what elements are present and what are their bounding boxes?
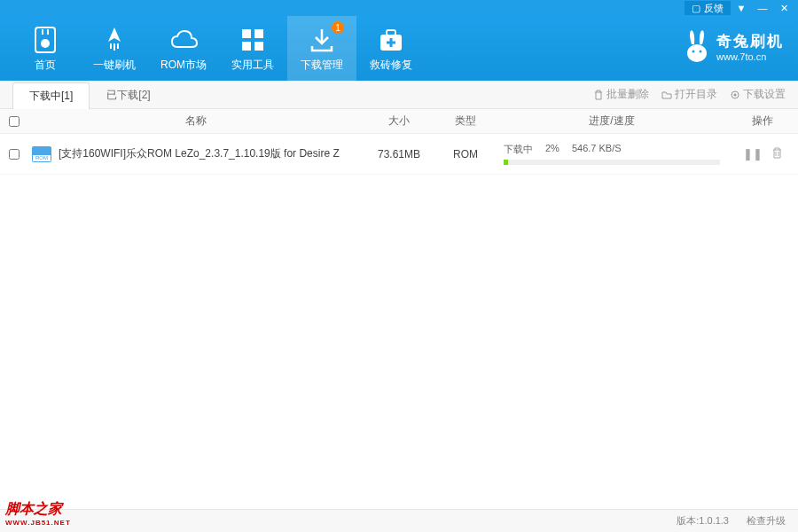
rabbit-logo-icon (683, 28, 711, 64)
watermark: 脚本之家 WWW.JB51.NET (5, 500, 71, 527)
svg-point-9 (692, 51, 695, 53)
row-status: 下载中 (504, 143, 533, 156)
col-progress: 进度/速度 (497, 113, 727, 129)
col-type: 类型 (434, 113, 497, 129)
rocket-icon (101, 24, 128, 56)
batch-delete-button[interactable]: 批量删除 (593, 87, 649, 102)
tab-downloading[interactable]: 下载中[1] (12, 82, 90, 109)
svg-rect-4 (242, 42, 251, 51)
pause-button[interactable]: ❚❚ (743, 147, 763, 160)
feedback-label: 反馈 (704, 2, 724, 15)
brand-url: www.7to.cn (716, 51, 766, 62)
feedback-button[interactable]: ▢ 反馈 (685, 1, 731, 15)
svg-point-1 (41, 39, 50, 48)
nav-rescue[interactable]: 救砖修复 (356, 16, 426, 81)
row-percent: 2% (545, 143, 559, 156)
rabbit-icon (32, 24, 59, 56)
table-header: 名称 大小 类型 进度/速度 操作 (0, 109, 798, 134)
trash-icon (593, 90, 604, 100)
select-all-checkbox[interactable] (9, 116, 20, 127)
close-button[interactable]: ✕ (773, 1, 794, 15)
svg-point-8 (687, 44, 707, 62)
nav-label: ROM市场 (160, 58, 207, 73)
nav-label: 下载管理 (301, 58, 343, 73)
folder-icon (661, 90, 672, 100)
brand-name: 奇兔刷机 (716, 31, 784, 51)
col-name: 名称 (28, 113, 364, 129)
nav-label: 首页 (35, 58, 56, 73)
download-badge: 1 (332, 21, 344, 34)
main-nav: 首页 一键刷机 ROM市场 实用工具 1 下载管理 救砖修复 奇兔刷机 www.… (0, 16, 798, 81)
svg-point-12 (734, 93, 737, 96)
nav-rom-market[interactable]: ROM市场 (149, 16, 218, 81)
download-settings-button[interactable]: 下载设置 (730, 87, 786, 102)
delete-button[interactable] (771, 147, 783, 160)
gear-icon (730, 90, 740, 100)
nav-label: 救砖修复 (370, 58, 412, 73)
row-type: ROM (434, 148, 497, 160)
col-action: 操作 (727, 113, 798, 129)
tab-downloaded[interactable]: 已下载[2] (90, 82, 167, 108)
cloud-icon (168, 24, 199, 56)
table-row: [支持160WIFI]乐众ROM LeZo_2.3.7_1.10.19版 for… (0, 134, 798, 175)
trash-icon (771, 147, 783, 159)
row-speed: 546.7 KB/S (572, 143, 622, 156)
nav-label: 实用工具 (231, 58, 274, 73)
row-name: [支持160WIFI]乐众ROM LeZo_2.3.7_1.10.19版 for… (59, 146, 340, 161)
nav-tools[interactable]: 实用工具 (218, 16, 287, 81)
svg-rect-2 (242, 29, 251, 38)
nav-download-manager[interactable]: 1 下载管理 (287, 16, 356, 81)
check-update-button[interactable]: 检查升级 (747, 514, 786, 528)
progress-fill (504, 160, 508, 165)
row-checkbox[interactable] (9, 149, 20, 160)
col-size: 大小 (364, 113, 434, 129)
medkit-icon (378, 24, 404, 56)
svg-rect-5 (254, 42, 263, 51)
version-label: 版本:1.0.1.3 (677, 514, 729, 528)
svg-point-10 (700, 51, 702, 53)
grid-icon (240, 24, 265, 56)
svg-rect-7 (387, 30, 395, 35)
svg-rect-3 (254, 29, 263, 38)
brand-logo: 奇兔刷机 www.7to.cn (683, 28, 784, 64)
nav-flash[interactable]: 一键刷机 (80, 16, 149, 81)
nav-label: 一键刷机 (93, 58, 136, 73)
rom-file-icon (32, 146, 51, 162)
status-bar: 版本:1.0.1.3 检查升级 (0, 509, 798, 532)
menu-dropdown-button[interactable]: ▼ (731, 1, 752, 15)
progress-bar (504, 160, 720, 165)
row-size: 73.61MB (364, 148, 434, 160)
nav-home[interactable]: 首页 (11, 16, 80, 81)
minimize-button[interactable]: — (752, 1, 773, 15)
open-dir-button[interactable]: 打开目录 (661, 87, 717, 102)
